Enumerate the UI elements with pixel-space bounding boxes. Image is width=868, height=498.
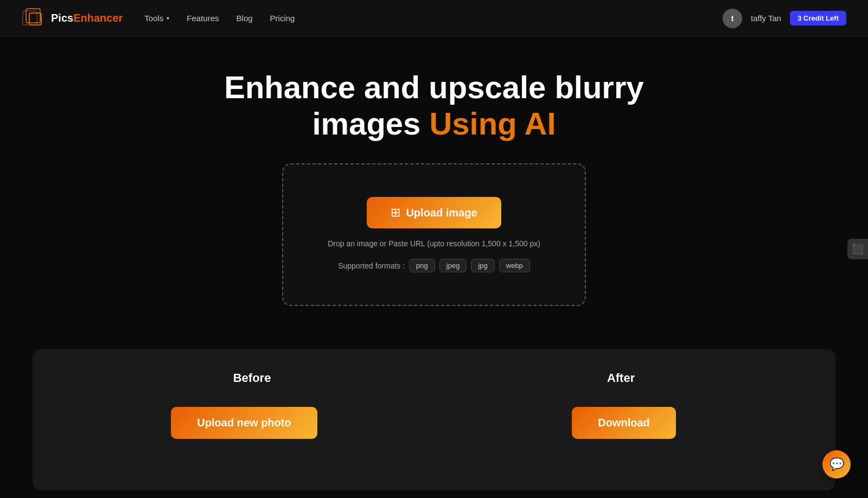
avatar: t [723, 9, 742, 28]
before-panel: Upload new photo [65, 407, 423, 439]
hero-section: Enhance and upscale blurry images Using … [0, 37, 868, 349]
before-after-section: Before After Upload new photo Download [33, 349, 835, 490]
format-jpeg: jpeg [439, 259, 467, 272]
plus-icon: ⊞ [391, 206, 400, 220]
after-panel: Download [445, 407, 803, 439]
ba-content: Upload new photo Download [65, 407, 803, 439]
upload-hint: Drop an image or Paste URL (upto resolut… [328, 239, 540, 248]
navbar: PicsEnhancer Tools ▾ Features Blog Prici… [0, 0, 868, 37]
nav-right: t taffy Tan 3 Credit Left [723, 9, 846, 28]
nav-features-link[interactable]: Features [187, 14, 219, 23]
chat-fab-button[interactable]: 💬 [822, 450, 851, 478]
nav-blog-link[interactable]: Blog [237, 14, 253, 23]
upload-zone-wrapper: ⊞ Upload image Drop an image or Paste UR… [282, 163, 586, 306]
side-icon-symbol: ⬛ [852, 244, 864, 254]
before-label: Before [233, 371, 271, 385]
credit-badge[interactable]: 3 Credit Left [790, 11, 846, 25]
logo[interactable]: PicsEnhancer [22, 7, 123, 30]
nav-pricing-item[interactable]: Pricing [270, 14, 295, 23]
upload-new-photo-button[interactable]: Upload new photo [171, 407, 317, 439]
chat-icon: 💬 [829, 457, 844, 471]
ba-headers: Before After [65, 371, 803, 385]
hero-title-highlight: Using AI [429, 106, 556, 141]
upload-image-button[interactable]: ⊞ Upload image [367, 197, 501, 228]
nav-links: Tools ▾ Features Blog Pricing [144, 14, 295, 23]
nav-blog-item[interactable]: Blog [237, 14, 253, 23]
format-jpg: jpg [471, 259, 494, 272]
formats-row: Supported formats : png jpeg jpg webp [338, 259, 530, 272]
format-png: png [409, 259, 435, 272]
after-label: After [607, 371, 635, 385]
hero-title-line1: Enhance and upscale blurry [224, 69, 644, 105]
nav-features-item[interactable]: Features [187, 14, 219, 23]
logo-text: PicsEnhancer [51, 12, 123, 24]
logo-icon [22, 7, 46, 30]
hero-title-line2-plain: images [312, 106, 429, 141]
upload-zone[interactable]: ⊞ Upload image Drop an image or Paste UR… [282, 163, 586, 306]
side-panel-icon[interactable]: ⬛ [847, 239, 868, 259]
format-webp: webp [499, 259, 530, 272]
download-button[interactable]: Download [572, 407, 676, 439]
chevron-down-icon: ▾ [167, 15, 169, 21]
nav-tools-item[interactable]: Tools ▾ [144, 14, 169, 23]
nav-pricing-link[interactable]: Pricing [270, 14, 295, 23]
upload-btn-label: Upload image [406, 207, 477, 219]
user-name: taffy Tan [751, 14, 781, 23]
nav-tools-link[interactable]: Tools [144, 14, 163, 23]
hero-title: Enhance and upscale blurry images Using … [217, 69, 651, 142]
formats-label: Supported formats : [338, 261, 405, 270]
nav-left: PicsEnhancer Tools ▾ Features Blog Prici… [22, 7, 295, 30]
